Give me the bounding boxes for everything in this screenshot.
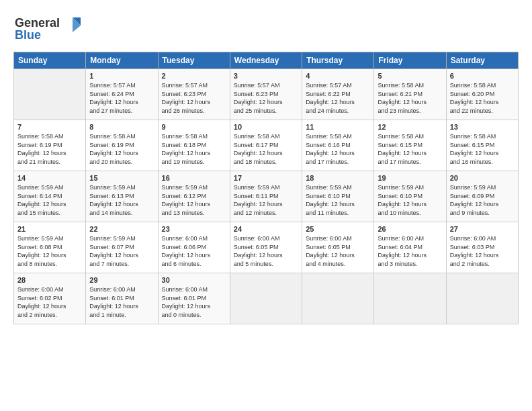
day-number: 13 [450,123,515,131]
calendar-cell: 4Sunrise: 5:57 AM Sunset: 6:22 PM Daylig… [302,69,374,120]
day-info: Sunrise: 5:58 AM Sunset: 6:21 PM Dayligh… [378,81,442,115]
day-number: 7 [17,123,82,131]
calendar-cell: 2Sunrise: 5:57 AM Sunset: 6:23 PM Daylig… [158,69,230,120]
day-number: 12 [378,123,442,131]
day-info: Sunrise: 6:00 AM Sunset: 6:05 PM Dayligh… [306,234,370,268]
calendar-cell: 26Sunrise: 6:00 AM Sunset: 6:04 PM Dayli… [374,222,446,273]
calendar-week-3: 14Sunrise: 5:59 AM Sunset: 6:14 PM Dayli… [14,171,519,222]
day-info: Sunrise: 6:00 AM Sunset: 6:05 PM Dayligh… [234,234,298,268]
day-info: Sunrise: 5:59 AM Sunset: 6:13 PM Dayligh… [89,183,154,217]
calendar-cell [14,69,86,120]
day-info: Sunrise: 5:59 AM Sunset: 6:08 PM Dayligh… [17,234,82,268]
day-info: Sunrise: 5:57 AM Sunset: 6:22 PM Dayligh… [306,81,370,115]
day-number: 18 [306,174,370,182]
day-number: 15 [89,174,154,182]
page: General Blue SundayMondayTuesdayWednesda… [0,0,532,411]
calendar-cell: 11Sunrise: 5:58 AM Sunset: 6:16 PM Dayli… [302,120,374,171]
day-number: 3 [234,72,298,80]
calendar-week-1: 1Sunrise: 5:57 AM Sunset: 6:24 PM Daylig… [14,69,519,120]
day-info: Sunrise: 5:59 AM Sunset: 6:11 PM Dayligh… [234,183,298,217]
day-info: Sunrise: 5:59 AM Sunset: 6:14 PM Dayligh… [17,183,82,217]
weekday-header-sunday: Sunday [14,52,86,69]
day-info: Sunrise: 5:58 AM Sunset: 6:17 PM Dayligh… [234,132,298,166]
day-number: 29 [89,276,154,284]
day-info: Sunrise: 6:00 AM Sunset: 6:04 PM Dayligh… [378,234,442,268]
calendar-cell: 19Sunrise: 5:59 AM Sunset: 6:10 PM Dayli… [374,171,446,222]
calendar-cell: 20Sunrise: 5:59 AM Sunset: 6:09 PM Dayli… [446,171,518,222]
calendar-cell: 6Sunrise: 5:58 AM Sunset: 6:20 PM Daylig… [446,69,518,120]
calendar-cell: 18Sunrise: 5:59 AM Sunset: 6:10 PM Dayli… [302,171,374,222]
day-info: Sunrise: 5:58 AM Sunset: 6:15 PM Dayligh… [378,132,442,166]
day-number: 11 [306,123,370,131]
svg-text:General: General [15,16,60,30]
day-info: Sunrise: 6:00 AM Sunset: 6:01 PM Dayligh… [162,285,226,319]
day-info: Sunrise: 6:00 AM Sunset: 6:02 PM Dayligh… [17,285,82,319]
calendar-cell: 3Sunrise: 5:57 AM Sunset: 6:23 PM Daylig… [230,69,302,120]
day-number: 28 [17,276,82,284]
day-info: Sunrise: 6:00 AM Sunset: 6:01 PM Dayligh… [89,285,154,319]
calendar-cell: 8Sunrise: 5:58 AM Sunset: 6:19 PM Daylig… [86,120,158,171]
day-info: Sunrise: 5:58 AM Sunset: 6:16 PM Dayligh… [306,132,370,166]
day-number: 20 [450,174,515,182]
weekday-header-tuesday: Tuesday [158,52,230,69]
calendar-week-4: 21Sunrise: 5:59 AM Sunset: 6:08 PM Dayli… [14,222,519,273]
calendar-cell [446,273,518,324]
calendar-cell: 21Sunrise: 5:59 AM Sunset: 6:08 PM Dayli… [14,222,86,273]
calendar-cell: 27Sunrise: 6:00 AM Sunset: 6:03 PM Dayli… [446,222,518,273]
day-number: 22 [89,225,154,233]
day-number: 25 [306,225,370,233]
weekday-header-friday: Friday [374,52,446,69]
day-number: 19 [378,174,442,182]
calendar-cell: 22Sunrise: 5:59 AM Sunset: 6:07 PM Dayli… [86,222,158,273]
calendar-cell: 30Sunrise: 6:00 AM Sunset: 6:01 PM Dayli… [158,273,230,324]
calendar-cell: 1Sunrise: 5:57 AM Sunset: 6:24 PM Daylig… [86,69,158,120]
calendar-cell: 14Sunrise: 5:59 AM Sunset: 6:14 PM Dayli… [14,171,86,222]
day-number: 1 [89,72,154,80]
day-number: 21 [17,225,82,233]
day-info: Sunrise: 6:00 AM Sunset: 6:03 PM Dayligh… [450,234,515,268]
day-info: Sunrise: 5:59 AM Sunset: 6:10 PM Dayligh… [378,183,442,217]
day-info: Sunrise: 5:57 AM Sunset: 6:23 PM Dayligh… [162,81,226,115]
day-number: 8 [89,123,154,131]
weekday-header-thursday: Thursday [302,52,374,69]
day-number: 6 [450,72,515,80]
weekday-header-monday: Monday [86,52,158,69]
calendar-cell: 13Sunrise: 5:58 AM Sunset: 6:15 PM Dayli… [446,120,518,171]
calendar-body: 1Sunrise: 5:57 AM Sunset: 6:24 PM Daylig… [14,69,519,324]
day-info: Sunrise: 5:58 AM Sunset: 6:19 PM Dayligh… [89,132,154,166]
logo-text: General Blue [13,12,87,45]
day-info: Sunrise: 5:57 AM Sunset: 6:24 PM Dayligh… [89,81,154,115]
calendar-header-row: SundayMondayTuesdayWednesdayThursdayFrid… [14,52,519,69]
day-number: 5 [378,72,442,80]
calendar-table: SundayMondayTuesdayWednesdayThursdayFrid… [13,52,519,324]
day-info: Sunrise: 5:58 AM Sunset: 6:15 PM Dayligh… [450,132,515,166]
day-number: 26 [378,225,442,233]
calendar-cell: 15Sunrise: 5:59 AM Sunset: 6:13 PM Dayli… [86,171,158,222]
day-info: Sunrise: 5:58 AM Sunset: 6:18 PM Dayligh… [162,132,226,166]
day-info: Sunrise: 5:59 AM Sunset: 6:09 PM Dayligh… [450,183,515,217]
day-number: 14 [17,174,82,182]
calendar-cell: 7Sunrise: 5:58 AM Sunset: 6:19 PM Daylig… [14,120,86,171]
calendar-cell: 17Sunrise: 5:59 AM Sunset: 6:11 PM Dayli… [230,171,302,222]
calendar-week-2: 7Sunrise: 5:58 AM Sunset: 6:19 PM Daylig… [14,120,519,171]
weekday-header-wednesday: Wednesday [230,52,302,69]
svg-text:Blue: Blue [15,28,41,42]
calendar-cell: 5Sunrise: 5:58 AM Sunset: 6:21 PM Daylig… [374,69,446,120]
calendar-week-5: 28Sunrise: 6:00 AM Sunset: 6:02 PM Dayli… [14,273,519,324]
day-info: Sunrise: 5:59 AM Sunset: 6:07 PM Dayligh… [89,234,154,268]
day-number: 10 [234,123,298,131]
calendar-cell: 9Sunrise: 5:58 AM Sunset: 6:18 PM Daylig… [158,120,230,171]
header: General Blue [13,12,519,45]
calendar-cell [374,273,446,324]
day-info: Sunrise: 5:59 AM Sunset: 6:10 PM Dayligh… [306,183,370,217]
calendar-cell: 25Sunrise: 6:00 AM Sunset: 6:05 PM Dayli… [302,222,374,273]
calendar-cell: 12Sunrise: 5:58 AM Sunset: 6:15 PM Dayli… [374,120,446,171]
day-number: 24 [234,225,298,233]
calendar-cell: 10Sunrise: 5:58 AM Sunset: 6:17 PM Dayli… [230,120,302,171]
day-number: 27 [450,225,515,233]
day-info: Sunrise: 5:58 AM Sunset: 6:19 PM Dayligh… [17,132,82,166]
day-info: Sunrise: 5:59 AM Sunset: 6:12 PM Dayligh… [162,183,226,217]
logo: General Blue [13,12,87,45]
day-info: Sunrise: 6:00 AM Sunset: 6:06 PM Dayligh… [162,234,226,268]
calendar-cell: 24Sunrise: 6:00 AM Sunset: 6:05 PM Dayli… [230,222,302,273]
